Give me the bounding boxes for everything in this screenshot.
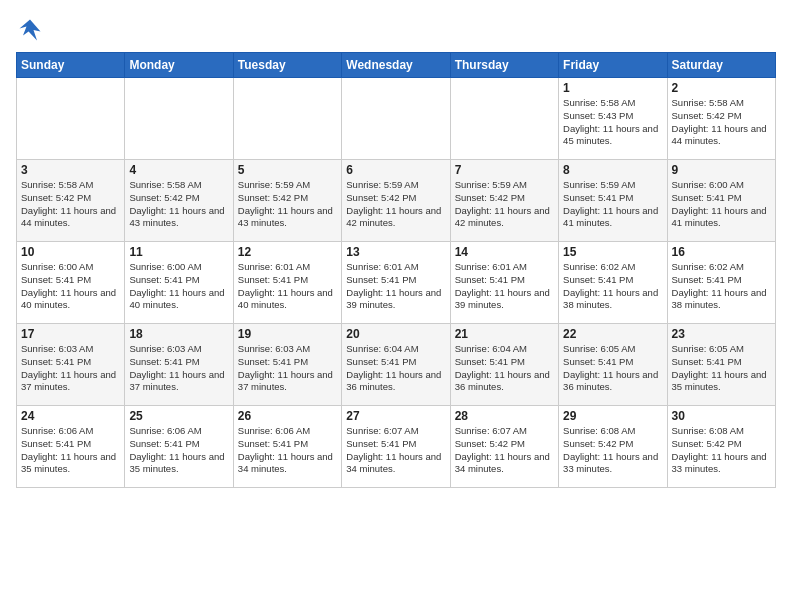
calendar-cell: 3Sunrise: 5:58 AM Sunset: 5:42 PM Daylig… <box>17 160 125 242</box>
day-info: Sunrise: 6:01 AM Sunset: 5:41 PM Dayligh… <box>455 261 554 312</box>
day-number: 1 <box>563 81 662 95</box>
day-info: Sunrise: 6:08 AM Sunset: 5:42 PM Dayligh… <box>672 425 771 476</box>
calendar-cell: 21Sunrise: 6:04 AM Sunset: 5:41 PM Dayli… <box>450 324 558 406</box>
day-number: 8 <box>563 163 662 177</box>
calendar-cell <box>125 78 233 160</box>
day-number: 30 <box>672 409 771 423</box>
calendar-cell: 7Sunrise: 5:59 AM Sunset: 5:42 PM Daylig… <box>450 160 558 242</box>
calendar-cell <box>342 78 450 160</box>
logo-bird-icon <box>16 16 44 44</box>
day-info: Sunrise: 6:01 AM Sunset: 5:41 PM Dayligh… <box>238 261 337 312</box>
day-info: Sunrise: 6:03 AM Sunset: 5:41 PM Dayligh… <box>238 343 337 394</box>
day-info: Sunrise: 6:05 AM Sunset: 5:41 PM Dayligh… <box>563 343 662 394</box>
day-info: Sunrise: 5:59 AM Sunset: 5:42 PM Dayligh… <box>238 179 337 230</box>
day-number: 13 <box>346 245 445 259</box>
day-info: Sunrise: 6:04 AM Sunset: 5:41 PM Dayligh… <box>346 343 445 394</box>
calendar-cell: 30Sunrise: 6:08 AM Sunset: 5:42 PM Dayli… <box>667 406 775 488</box>
day-number: 4 <box>129 163 228 177</box>
calendar-cell <box>17 78 125 160</box>
calendar-cell: 28Sunrise: 6:07 AM Sunset: 5:42 PM Dayli… <box>450 406 558 488</box>
day-number: 11 <box>129 245 228 259</box>
day-info: Sunrise: 6:07 AM Sunset: 5:42 PM Dayligh… <box>455 425 554 476</box>
day-number: 24 <box>21 409 120 423</box>
day-number: 29 <box>563 409 662 423</box>
day-number: 6 <box>346 163 445 177</box>
day-number: 3 <box>21 163 120 177</box>
day-number: 28 <box>455 409 554 423</box>
calendar-header-thursday: Thursday <box>450 53 558 78</box>
day-info: Sunrise: 6:00 AM Sunset: 5:41 PM Dayligh… <box>129 261 228 312</box>
day-info: Sunrise: 6:06 AM Sunset: 5:41 PM Dayligh… <box>238 425 337 476</box>
calendar-cell: 22Sunrise: 6:05 AM Sunset: 5:41 PM Dayli… <box>559 324 667 406</box>
day-number: 5 <box>238 163 337 177</box>
svg-marker-0 <box>20 20 41 41</box>
calendar-cell: 11Sunrise: 6:00 AM Sunset: 5:41 PM Dayli… <box>125 242 233 324</box>
day-info: Sunrise: 6:00 AM Sunset: 5:41 PM Dayligh… <box>672 179 771 230</box>
logo <box>16 16 48 44</box>
day-number: 7 <box>455 163 554 177</box>
day-number: 17 <box>21 327 120 341</box>
calendar-cell: 20Sunrise: 6:04 AM Sunset: 5:41 PM Dayli… <box>342 324 450 406</box>
calendar-cell: 19Sunrise: 6:03 AM Sunset: 5:41 PM Dayli… <box>233 324 341 406</box>
calendar-cell: 26Sunrise: 6:06 AM Sunset: 5:41 PM Dayli… <box>233 406 341 488</box>
calendar-header-saturday: Saturday <box>667 53 775 78</box>
day-info: Sunrise: 5:59 AM Sunset: 5:41 PM Dayligh… <box>563 179 662 230</box>
day-info: Sunrise: 6:03 AM Sunset: 5:41 PM Dayligh… <box>21 343 120 394</box>
calendar-cell: 9Sunrise: 6:00 AM Sunset: 5:41 PM Daylig… <box>667 160 775 242</box>
day-info: Sunrise: 5:59 AM Sunset: 5:42 PM Dayligh… <box>346 179 445 230</box>
calendar-cell: 25Sunrise: 6:06 AM Sunset: 5:41 PM Dayli… <box>125 406 233 488</box>
calendar-cell: 18Sunrise: 6:03 AM Sunset: 5:41 PM Dayli… <box>125 324 233 406</box>
day-info: Sunrise: 6:02 AM Sunset: 5:41 PM Dayligh… <box>672 261 771 312</box>
calendar-header-row: SundayMondayTuesdayWednesdayThursdayFrid… <box>17 53 776 78</box>
calendar-cell: 23Sunrise: 6:05 AM Sunset: 5:41 PM Dayli… <box>667 324 775 406</box>
day-number: 10 <box>21 245 120 259</box>
day-info: Sunrise: 6:04 AM Sunset: 5:41 PM Dayligh… <box>455 343 554 394</box>
day-number: 19 <box>238 327 337 341</box>
calendar-cell: 2Sunrise: 5:58 AM Sunset: 5:42 PM Daylig… <box>667 78 775 160</box>
day-info: Sunrise: 6:06 AM Sunset: 5:41 PM Dayligh… <box>21 425 120 476</box>
calendar-week-3: 17Sunrise: 6:03 AM Sunset: 5:41 PM Dayli… <box>17 324 776 406</box>
day-info: Sunrise: 6:08 AM Sunset: 5:42 PM Dayligh… <box>563 425 662 476</box>
day-number: 23 <box>672 327 771 341</box>
day-number: 25 <box>129 409 228 423</box>
calendar-cell: 10Sunrise: 6:00 AM Sunset: 5:41 PM Dayli… <box>17 242 125 324</box>
calendar-header-sunday: Sunday <box>17 53 125 78</box>
day-info: Sunrise: 5:58 AM Sunset: 5:42 PM Dayligh… <box>21 179 120 230</box>
day-info: Sunrise: 5:58 AM Sunset: 5:42 PM Dayligh… <box>672 97 771 148</box>
calendar-cell: 12Sunrise: 6:01 AM Sunset: 5:41 PM Dayli… <box>233 242 341 324</box>
day-info: Sunrise: 6:02 AM Sunset: 5:41 PM Dayligh… <box>563 261 662 312</box>
day-info: Sunrise: 6:00 AM Sunset: 5:41 PM Dayligh… <box>21 261 120 312</box>
calendar-header-tuesday: Tuesday <box>233 53 341 78</box>
day-info: Sunrise: 5:58 AM Sunset: 5:43 PM Dayligh… <box>563 97 662 148</box>
day-number: 27 <box>346 409 445 423</box>
calendar-cell: 1Sunrise: 5:58 AM Sunset: 5:43 PM Daylig… <box>559 78 667 160</box>
day-info: Sunrise: 6:06 AM Sunset: 5:41 PM Dayligh… <box>129 425 228 476</box>
calendar-week-4: 24Sunrise: 6:06 AM Sunset: 5:41 PM Dayli… <box>17 406 776 488</box>
day-number: 21 <box>455 327 554 341</box>
calendar-cell: 16Sunrise: 6:02 AM Sunset: 5:41 PM Dayli… <box>667 242 775 324</box>
calendar-cell: 14Sunrise: 6:01 AM Sunset: 5:41 PM Dayli… <box>450 242 558 324</box>
day-info: Sunrise: 6:01 AM Sunset: 5:41 PM Dayligh… <box>346 261 445 312</box>
day-number: 16 <box>672 245 771 259</box>
calendar-cell: 17Sunrise: 6:03 AM Sunset: 5:41 PM Dayli… <box>17 324 125 406</box>
calendar-cell: 8Sunrise: 5:59 AM Sunset: 5:41 PM Daylig… <box>559 160 667 242</box>
calendar-header-friday: Friday <box>559 53 667 78</box>
day-number: 9 <box>672 163 771 177</box>
calendar-header-wednesday: Wednesday <box>342 53 450 78</box>
calendar-cell: 6Sunrise: 5:59 AM Sunset: 5:42 PM Daylig… <box>342 160 450 242</box>
calendar-table: SundayMondayTuesdayWednesdayThursdayFrid… <box>16 52 776 488</box>
calendar-cell <box>450 78 558 160</box>
day-info: Sunrise: 6:03 AM Sunset: 5:41 PM Dayligh… <box>129 343 228 394</box>
day-number: 12 <box>238 245 337 259</box>
day-number: 2 <box>672 81 771 95</box>
calendar-cell: 27Sunrise: 6:07 AM Sunset: 5:41 PM Dayli… <box>342 406 450 488</box>
calendar-cell: 24Sunrise: 6:06 AM Sunset: 5:41 PM Dayli… <box>17 406 125 488</box>
calendar-week-0: 1Sunrise: 5:58 AM Sunset: 5:43 PM Daylig… <box>17 78 776 160</box>
calendar-header-monday: Monday <box>125 53 233 78</box>
day-number: 18 <box>129 327 228 341</box>
calendar-cell: 15Sunrise: 6:02 AM Sunset: 5:41 PM Dayli… <box>559 242 667 324</box>
day-info: Sunrise: 6:05 AM Sunset: 5:41 PM Dayligh… <box>672 343 771 394</box>
day-number: 22 <box>563 327 662 341</box>
calendar-cell: 29Sunrise: 6:08 AM Sunset: 5:42 PM Dayli… <box>559 406 667 488</box>
page-header <box>16 16 776 44</box>
